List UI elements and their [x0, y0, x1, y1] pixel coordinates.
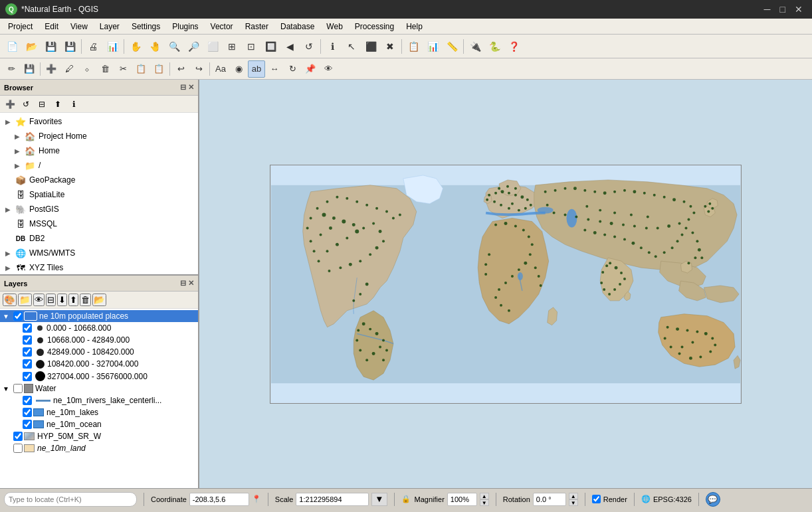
browser-item-mssql[interactable]: 🗄 MSSQL — [0, 216, 198, 231]
magnifier-spinner[interactable]: ▲ ▼ — [480, 493, 489, 506]
render-checkbox[interactable] — [592, 495, 601, 503]
maximize-button[interactable]: □ — [776, 3, 789, 16]
menu-project[interactable]: Project — [3, 21, 38, 33]
message-log-btn[interactable]: 💬 — [706, 492, 720, 507]
layer-range-3[interactable]: 42849.000 - 108420.000 — [0, 346, 198, 358]
browser-filter-btn[interactable]: ⊟ — [35, 97, 49, 112]
scale-input[interactable] — [296, 493, 369, 506]
rivers-checkbox[interactable] — [23, 396, 32, 405]
open-table-button[interactable]: 📋 — [404, 37, 423, 56]
menu-processing[interactable]: Processing — [350, 21, 399, 33]
open-button[interactable]: 📂 — [22, 37, 41, 56]
digitize-button[interactable]: 🖊 — [60, 60, 78, 78]
rotation-input[interactable] — [533, 493, 566, 506]
identify-button[interactable]: ℹ — [323, 37, 342, 56]
manage-layers-btn[interactable]: 👁 — [33, 294, 45, 306]
rotation-down-btn[interactable]: ▼ — [569, 499, 578, 506]
browser-item-favorites[interactable]: ▶ ⭐ Favorites — [0, 114, 198, 129]
diagram-button[interactable]: ◉ — [230, 60, 247, 78]
browser-item-xyz[interactable]: ▶ 🗺 XYZ Tiles — [0, 260, 198, 274]
menu-help[interactable]: Help — [401, 21, 428, 33]
measure-button[interactable]: 📏 — [443, 37, 461, 56]
browser-add-btn[interactable]: ➕ — [3, 97, 17, 112]
save-button[interactable]: 💾 — [41, 37, 60, 56]
browser-info-btn[interactable]: ℹ — [66, 97, 81, 112]
redo-button[interactable]: ↪ — [190, 60, 207, 78]
window-controls[interactable]: ─ □ ✕ — [760, 3, 807, 16]
range1-checkbox[interactable] — [23, 323, 32, 333]
layer-water-group[interactable]: ▼ Water — [0, 383, 198, 394]
browser-item-spatialite[interactable]: 🗄 SpatiaLite — [0, 187, 198, 202]
zoom-prev-button[interactable]: ◀ — [280, 37, 299, 56]
new-group-btn[interactable]: 📂 — [92, 294, 106, 306]
add-group-btn[interactable]: 📁 — [18, 294, 32, 306]
label-pin-button[interactable]: 📌 — [302, 60, 319, 78]
magnifier-up-btn[interactable]: ▲ — [480, 493, 489, 499]
save-edits-button[interactable]: 💾 — [21, 60, 38, 78]
rotation-up-btn[interactable]: ▲ — [569, 493, 578, 499]
coordinate-input[interactable] — [189, 493, 249, 506]
expand-all-btn[interactable]: ⬇ — [57, 294, 67, 306]
browser-item-root[interactable]: ▶ 📁 / — [0, 158, 198, 173]
magnifier-down-btn[interactable]: ▼ — [480, 499, 489, 506]
vertex-tool-button[interactable]: ⬦ — [78, 60, 96, 78]
lakes-checkbox[interactable] — [23, 408, 32, 417]
minimize-button[interactable]: ─ — [760, 3, 775, 16]
statistics-button[interactable]: 📊 — [423, 37, 442, 56]
label-rotate-button[interactable]: ↻ — [284, 60, 301, 78]
menu-database[interactable]: Database — [275, 21, 320, 33]
refresh-button[interactable]: ↺ — [300, 37, 318, 56]
zoom-in-button[interactable]: 🔍 — [165, 37, 183, 56]
locate-input[interactable] — [4, 492, 137, 507]
plugins-button[interactable]: 🔌 — [466, 37, 484, 56]
close-button[interactable]: ✕ — [791, 3, 807, 16]
remove-layer-btn[interactable]: 🗑 — [80, 294, 91, 306]
layer-range-4[interactable]: 108420.000 - 327004.000 — [0, 358, 198, 370]
new-project-button[interactable]: 📄 — [3, 37, 21, 56]
layer-hyp[interactable]: HYP_50M_SR_W — [0, 430, 198, 442]
menu-edit[interactable]: Edit — [39, 21, 64, 33]
menu-settings[interactable]: Settings — [126, 21, 165, 33]
browser-item-project-home[interactable]: ▶ 🏠 Project Home — [0, 129, 198, 143]
label-show-button[interactable]: 👁 — [320, 60, 337, 78]
layer-land[interactable]: ne_10m_land — [0, 442, 198, 454]
menu-raster[interactable]: Raster — [240, 21, 274, 33]
select-rect-button[interactable]: ⬛ — [361, 37, 380, 56]
select-button[interactable]: ↖ — [342, 37, 361, 56]
range4-checkbox[interactable] — [23, 359, 32, 369]
browser-minimize-btn[interactable]: ⊟ — [180, 83, 186, 92]
map-area[interactable] — [199, 80, 812, 488]
ocean-checkbox[interactable] — [23, 420, 32, 429]
browser-close-btn[interactable]: ✕ — [188, 83, 194, 92]
undo-button[interactable]: ↩ — [172, 60, 189, 78]
zoom-selected-button[interactable]: 🔲 — [261, 37, 280, 56]
browser-item-wms[interactable]: ▶ 🌐 WMS/WMTS — [0, 246, 198, 260]
layer-ocean[interactable]: ne_10m_ocean — [0, 418, 198, 430]
print-button[interactable]: 🖨 — [84, 37, 102, 56]
reports-button[interactable]: 📊 — [103, 37, 122, 56]
python-button[interactable]: 🐍 — [485, 37, 504, 56]
menu-plugins[interactable]: Plugins — [167, 21, 203, 33]
layer-range-5[interactable]: 327004.000 - 35676000.000 — [0, 370, 198, 383]
cut-features-button[interactable]: ✂ — [114, 60, 132, 78]
layer-range-1[interactable]: 0.000 - 10668.000 — [0, 322, 198, 334]
edit-layer-button[interactable]: ✏ — [3, 60, 20, 78]
browser-refresh-btn[interactable]: ↺ — [19, 97, 33, 112]
browser-collapse-btn[interactable]: ⬆ — [51, 97, 65, 112]
map-canvas[interactable] — [270, 165, 742, 404]
add-feature-button[interactable]: ➕ — [43, 60, 60, 78]
range2-checkbox[interactable] — [23, 335, 32, 345]
range5-checkbox[interactable] — [23, 372, 32, 381]
layer-range-2[interactable]: 10668.000 - 42849.000 — [0, 334, 198, 346]
zoom-full-button[interactable]: ⊞ — [223, 37, 241, 56]
layer-populated-places[interactable]: ▼ ne 10m populated places — [0, 310, 198, 322]
zoom-out-button[interactable]: 🔎 — [184, 37, 203, 56]
deselect-button[interactable]: ✖ — [381, 37, 399, 56]
browser-panel-controls[interactable]: ⊟ ✕ — [180, 83, 194, 92]
magnifier-input[interactable] — [447, 493, 477, 506]
layer-lakes[interactable]: ne_10m_lakes — [0, 406, 198, 418]
delete-selected-button[interactable]: 🗑 — [96, 60, 114, 78]
scale-dropdown-btn[interactable]: ▼ — [371, 493, 387, 506]
paste-features-button[interactable]: 📋 — [150, 60, 167, 78]
label-button[interactable]: Aa — [212, 60, 229, 78]
